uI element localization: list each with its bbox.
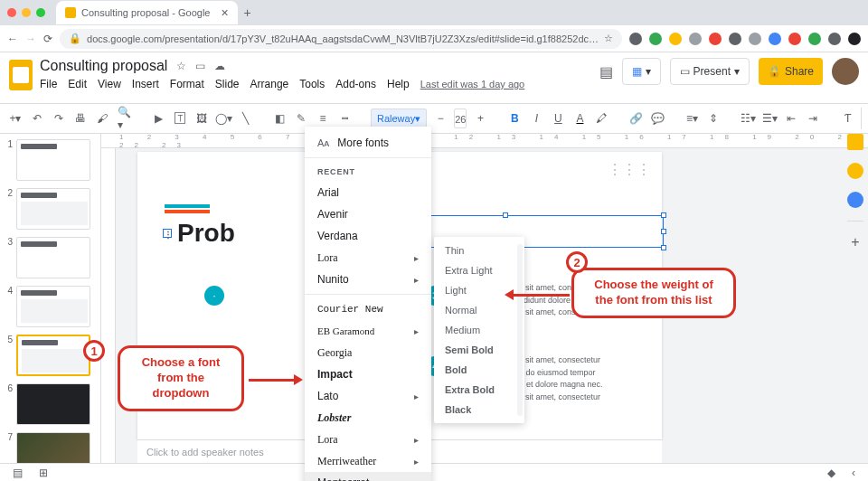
resize-handle[interactable]: [503, 212, 508, 218]
menu-slide[interactable]: Slide: [215, 78, 240, 90]
font-family-dropdown[interactable]: Raleway▾: [371, 108, 427, 128]
calendar-icon[interactable]: [847, 192, 863, 208]
keep-icon[interactable]: [847, 134, 863, 150]
reload-button[interactable]: ⟳: [43, 33, 52, 45]
font-item-lora2[interactable]: Lora▸: [305, 429, 431, 450]
shape-tool-icon[interactable]: ◯▾: [215, 108, 231, 128]
weight-medium[interactable]: Medium: [434, 320, 524, 340]
font-item-georgia[interactable]: Georgia: [305, 342, 431, 363]
format-options-button[interactable]: Format options: [861, 108, 868, 129]
cloud-icon[interactable]: ☁: [214, 60, 225, 72]
weight-extra-bold[interactable]: Extra Bold: [434, 380, 524, 400]
resize-handle[interactable]: [661, 245, 666, 250]
slide-thumbnail[interactable]: [16, 188, 90, 230]
weight-extra-light[interactable]: Extra Light: [434, 260, 524, 280]
close-tab-icon[interactable]: ×: [221, 5, 228, 20]
font-item-courier[interactable]: Courier New: [305, 298, 431, 320]
clear-formatting-button[interactable]: Ƭ: [839, 108, 855, 128]
font-size-input[interactable]: 26: [454, 108, 467, 128]
grid-view-icon[interactable]: ⊞: [39, 467, 48, 479]
menu-tools[interactable]: Tools: [299, 78, 325, 90]
slide-thumbnail[interactable]: [16, 237, 90, 278]
new-tab-button[interactable]: +: [238, 5, 258, 20]
star-icon[interactable]: ☆: [604, 33, 613, 44]
back-button[interactable]: ←: [7, 33, 18, 45]
line-tool-icon[interactable]: ╲: [237, 108, 253, 128]
slide-thumbnail[interactable]: Understanding the market: [16, 432, 90, 463]
show-side-panel-icon[interactable]: ‹: [852, 467, 855, 479]
document-title[interactable]: Consulting proposal: [40, 58, 167, 74]
menu-insert[interactable]: Insert: [132, 78, 159, 90]
add-addon-icon[interactable]: +: [847, 234, 863, 250]
filmstrip-view-icon[interactable]: ▤: [13, 467, 23, 479]
more-fonts-item[interactable]: AᴀMore fonts: [305, 132, 431, 154]
decrease-indent-button[interactable]: ⇤: [783, 108, 799, 128]
border-color-icon[interactable]: ✎: [293, 108, 309, 128]
account-avatar[interactable]: [832, 58, 859, 85]
menu-arrange[interactable]: Arrange: [250, 78, 289, 90]
font-item-lora[interactable]: Lora▸: [305, 247, 431, 269]
paint-format-button[interactable]: 🖌: [94, 108, 110, 128]
explore-button[interactable]: ◆: [827, 467, 835, 479]
increase-indent-button[interactable]: ⇥: [805, 108, 821, 128]
bulleted-list-button[interactable]: ☰▾: [761, 108, 778, 128]
slide-thumbnail[interactable]: [16, 139, 90, 181]
star-icon[interactable]: ☆: [176, 60, 186, 72]
submenu-scrollbar[interactable]: [517, 244, 523, 416]
numbered-list-button[interactable]: ☷▾: [740, 108, 756, 128]
insert-comment-button[interactable]: 💬: [649, 108, 665, 128]
fill-color-icon[interactable]: ◧: [271, 108, 288, 128]
comments-icon[interactable]: ▤: [599, 63, 613, 80]
textbox-heading[interactable]: ⋮ Prob: [163, 219, 235, 248]
browser-tab[interactable]: Consulting proposal - Google ×: [56, 1, 238, 24]
weight-black[interactable]: Black: [434, 400, 524, 420]
share-button[interactable]: 🔒Share: [759, 58, 823, 85]
menu-help[interactable]: Help: [387, 78, 410, 90]
font-item-verdana[interactable]: Verdana: [305, 225, 431, 247]
menu-addons[interactable]: Add-ons: [335, 78, 376, 90]
border-weight-icon[interactable]: ≡: [315, 108, 331, 128]
forward-button[interactable]: →: [25, 33, 36, 45]
slide-element-menu-icon[interactable]: ⋮⋮⋮: [608, 161, 651, 178]
resize-handle[interactable]: [661, 212, 666, 218]
move-icon[interactable]: ▭: [195, 60, 205, 72]
font-item-avenir[interactable]: Avenir: [305, 203, 431, 225]
weight-bold[interactable]: Bold: [434, 360, 524, 380]
font-item-nunito[interactable]: Nunito▸: [305, 269, 431, 290]
italic-button[interactable]: I: [528, 108, 544, 128]
border-dash-icon[interactable]: ┅: [336, 108, 353, 128]
menu-file[interactable]: File: [40, 78, 57, 90]
undo-button[interactable]: ↶: [29, 108, 45, 128]
text-color-button[interactable]: A: [571, 108, 588, 128]
font-item-lato[interactable]: Lato▸: [305, 385, 431, 407]
font-item-arial[interactable]: Arial: [305, 182, 431, 203]
select-tool-icon[interactable]: ▶: [150, 108, 166, 128]
slideshow-dropdown[interactable]: ▦▾: [622, 58, 661, 85]
slide-thumbnail-active[interactable]: [16, 335, 90, 376]
textbox-drag-handle[interactable]: ⋮: [163, 229, 172, 238]
underline-button[interactable]: U: [550, 108, 566, 128]
font-item-impact[interactable]: Impact: [305, 363, 431, 385]
present-button[interactable]: ▭Present▾: [670, 58, 750, 85]
line-spacing-button[interactable]: ⇕: [705, 108, 722, 128]
weight-semi-bold[interactable]: Semi Bold: [434, 340, 524, 360]
menu-edit[interactable]: Edit: [68, 78, 87, 90]
menu-format[interactable]: Format: [170, 78, 204, 90]
weight-normal[interactable]: Normal: [434, 300, 524, 320]
slide-thumbnail[interactable]: [16, 383, 90, 425]
bold-button[interactable]: B: [506, 108, 523, 128]
align-button[interactable]: ≡▾: [684, 108, 700, 128]
image-tool-icon[interactable]: 🖼: [193, 108, 210, 128]
weight-thin[interactable]: Thin: [434, 240, 524, 260]
slide-thumbnail[interactable]: [16, 286, 90, 327]
zoom-button[interactable]: 🔍▾: [116, 108, 132, 128]
highlight-color-button[interactable]: 🖍: [593, 108, 609, 128]
redo-button[interactable]: ↷: [51, 108, 67, 128]
last-edit-link[interactable]: Last edit was 1 day ago: [420, 79, 525, 90]
print-button[interactable]: 🖶: [72, 108, 89, 128]
increase-font-size[interactable]: +: [472, 108, 488, 128]
font-item-lobster[interactable]: Lobster: [305, 407, 431, 429]
slides-logo-icon[interactable]: [9, 60, 33, 90]
address-bar[interactable]: 🔒 docs.google.com/presentation/d/17pY3V_…: [60, 29, 622, 49]
decrease-font-size[interactable]: −: [432, 108, 448, 128]
